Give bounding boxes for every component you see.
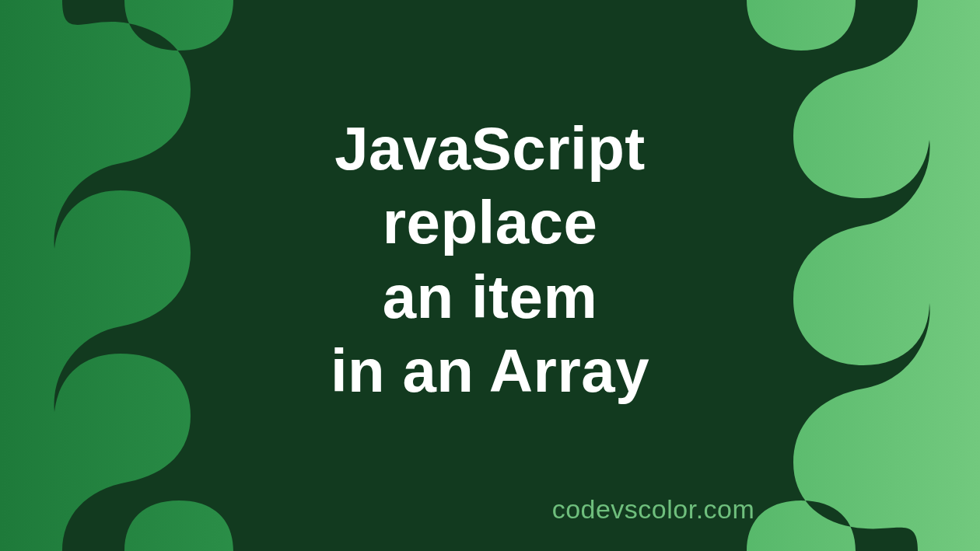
title-line-4: in an Array bbox=[331, 334, 649, 408]
title-line-1: JavaScript bbox=[331, 112, 649, 186]
credit-text: codevscolor.com bbox=[0, 494, 980, 525]
title-line-3: an item bbox=[331, 260, 649, 334]
main-title: JavaScript replace an item in an Array bbox=[331, 112, 649, 408]
title-line-2: replace bbox=[331, 186, 649, 260]
title-container: JavaScript replace an item in an Array bbox=[0, 0, 980, 551]
